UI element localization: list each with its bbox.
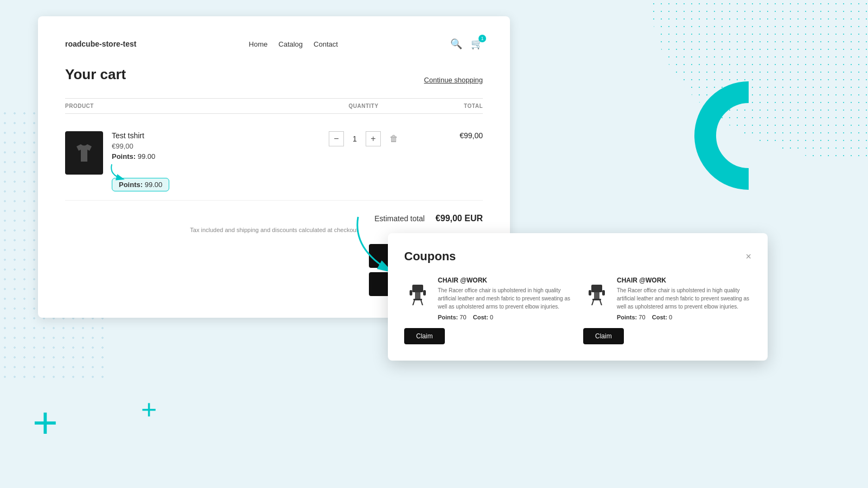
coupon-points-value-2: 70 [639, 314, 645, 320]
svg-rect-2 [413, 299, 422, 300]
bubble-value: 99.00 [145, 181, 163, 189]
svg-rect-8 [594, 292, 599, 299]
coupon-meta-2: Points: 70 Cost: 0 [617, 314, 751, 320]
coupon-top-2: CHAIR @WORK The Racer office chair is up… [583, 277, 751, 320]
bg-cross-large: + [33, 401, 58, 445]
search-icon[interactable]: 🔍 [450, 38, 462, 50]
svg-rect-12 [589, 290, 591, 296]
coupon-points-label-2: Points: [617, 314, 637, 320]
continue-shopping-link[interactable]: Continue shopping [424, 76, 483, 84]
coupon-points-label-1: Points: [438, 314, 458, 320]
svg-line-10 [592, 300, 593, 305]
nav-links: Home Catalog Contact [249, 40, 338, 48]
cart-icon[interactable]: 🛒 1 [471, 38, 483, 50]
item-price: €99,00 [112, 142, 309, 150]
svg-rect-0 [412, 285, 423, 292]
coupons-popup: Coupons × CH [388, 233, 768, 361]
item-points: Points: 99.00 [112, 152, 309, 160]
tshirt-image [72, 141, 96, 165]
svg-rect-7 [591, 285, 602, 292]
claim-button-2[interactable]: Claim [583, 328, 624, 344]
item-image [65, 131, 103, 175]
annotation-arrow [106, 162, 139, 183]
delete-item-button[interactable]: 🗑 [390, 134, 398, 144]
coupon-top-1: CHAIR @WORK The Racer office chair is up… [404, 277, 572, 320]
estimated-value: €99,00 EUR [436, 214, 483, 223]
popup-title: Coupons [404, 249, 456, 264]
coupon-desc-1: The Racer office chair is upholstered in… [438, 286, 572, 311]
col-total-header: TOTAL [418, 103, 483, 109]
points-label: Points: [112, 152, 136, 160]
coupon-meta-1: Points: 70 Cost: 0 [438, 314, 572, 320]
coupon-brand-1: CHAIR @WORK [438, 277, 572, 284]
coupon-image-1 [404, 277, 431, 306]
quantity-increase-button[interactable]: + [366, 131, 381, 146]
coupon-cost-label-2: Cost: [652, 314, 667, 320]
item-total: €99,00 [418, 131, 483, 140]
column-headers: PRODUCT QUANTITY TOTAL [65, 98, 483, 114]
svg-rect-5 [410, 290, 412, 296]
popup-header: Coupons × [404, 249, 751, 264]
points-value: 99.00 [138, 152, 156, 160]
popup-close-button[interactable]: × [745, 252, 751, 261]
quantity-control: − 1 + 🗑 [309, 131, 418, 146]
quantity-decrease-button[interactable]: − [329, 131, 344, 146]
tax-note: Tax included and shipping and discounts … [65, 227, 483, 233]
cart-badge: 1 [478, 35, 486, 42]
cart-header-row: Your cart Continue shopping [65, 66, 483, 94]
svg-rect-13 [602, 290, 605, 296]
coupon-info-2: CHAIR @WORK The Racer office chair is up… [617, 277, 751, 320]
nav-contact[interactable]: Contact [314, 40, 338, 48]
store-name: roadcube-store-test [65, 40, 136, 48]
coupon-info-1: CHAIR @WORK The Racer office chair is up… [438, 277, 572, 320]
svg-line-3 [413, 300, 414, 305]
coupon-cost-label-1: Cost: [473, 314, 488, 320]
coupon-image-2 [583, 277, 610, 306]
claim-button-1[interactable]: Claim [404, 328, 445, 344]
chair-icon-2 [586, 278, 608, 305]
page-title: Your cart [65, 66, 126, 83]
quantity-value: 1 [348, 134, 361, 143]
estimated-total-row: Estimated total €99,00 EUR [65, 214, 483, 223]
chair-icon-1 [407, 278, 429, 305]
nav-home[interactable]: Home [249, 40, 268, 48]
cart-item: Test tshirt €99,00 Points: 99.00 Poin [65, 123, 483, 201]
item-name: Test tshirt [112, 131, 309, 140]
svg-rect-9 [592, 299, 601, 300]
col-quantity-header: QUANTITY [309, 103, 418, 109]
header-icons: 🔍 🛒 1 [450, 38, 483, 50]
coupon-points-value-1: 70 [459, 314, 466, 320]
col-product-header: PRODUCT [65, 103, 309, 109]
coupons-grid: CHAIR @WORK The Racer office chair is up… [404, 277, 751, 344]
store-header: roadcube-store-test Home Catalog Contact… [65, 38, 483, 50]
svg-line-4 [421, 300, 423, 305]
bg-cross-small: + [141, 396, 157, 423]
item-details: Test tshirt €99,00 Points: 99.00 Poin [112, 131, 309, 191]
coupon-card-2: CHAIR @WORK The Racer office chair is up… [583, 277, 751, 344]
coupon-cost-value-2: 0 [669, 314, 672, 320]
points-bubble-container: Points: 99.00 [112, 167, 309, 191]
coupon-brand-2: CHAIR @WORK [617, 277, 751, 284]
svg-rect-1 [415, 292, 420, 299]
coupon-card-1: CHAIR @WORK The Racer office chair is up… [404, 277, 572, 344]
coupon-cost-value-1: 0 [490, 314, 493, 320]
svg-rect-6 [423, 290, 426, 296]
nav-catalog[interactable]: Catalog [278, 40, 303, 48]
coupon-desc-2: The Racer office chair is upholstered in… [617, 286, 751, 311]
svg-line-11 [600, 300, 602, 305]
